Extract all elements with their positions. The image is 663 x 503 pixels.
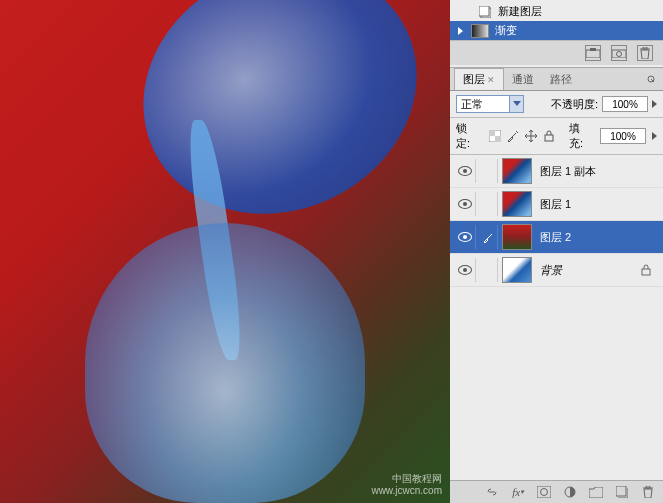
fill-label: 填充: — [569, 121, 594, 151]
canvas-image-glass — [85, 223, 365, 503]
opacity-label: 不透明度: — [551, 97, 598, 112]
eye-icon — [458, 232, 472, 242]
blend-opacity-row: 正常 不透明度: 100% — [450, 91, 663, 118]
svg-rect-7 — [489, 130, 495, 136]
tab-paths[interactable]: 路径 — [542, 69, 580, 90]
lock-pixels-icon[interactable] — [505, 128, 521, 144]
blend-mode-value: 正常 — [461, 97, 483, 112]
layers-footer: fx▾ — [450, 480, 663, 503]
tab-close-icon[interactable]: ✕ — [487, 75, 495, 85]
lock-icon — [639, 264, 653, 276]
svg-rect-0 — [479, 6, 489, 16]
link-col[interactable] — [480, 192, 498, 216]
link-col[interactable] — [480, 159, 498, 183]
right-panels: 新建图层 渐变 图层✕ 通道 路径 — [450, 0, 663, 503]
layer-style-icon[interactable]: fx▾ — [509, 484, 527, 500]
trash-icon[interactable] — [637, 45, 653, 61]
layer-thumbnail[interactable] — [502, 158, 532, 184]
watermark-line2: www.jcwcn.com — [371, 485, 442, 497]
brush-icon — [483, 231, 495, 243]
history-item-label: 渐变 — [495, 23, 517, 38]
eye-icon — [458, 166, 472, 176]
layers-list: 图层 1 副本 图层 1 图层 2 背景 — [450, 155, 663, 480]
layer-row[interactable]: 图层 1 — [450, 188, 663, 221]
history-item-gradient[interactable]: 渐变 — [450, 21, 663, 40]
layer-row[interactable]: 图层 2 — [450, 221, 663, 254]
svg-rect-11 — [537, 486, 551, 498]
fill-input[interactable]: 100% — [600, 128, 646, 144]
svg-point-12 — [541, 489, 548, 496]
layer-thumbnail[interactable] — [502, 257, 532, 283]
svg-rect-9 — [545, 135, 553, 141]
lock-position-icon[interactable] — [523, 128, 539, 144]
layer-name[interactable]: 图层 1 — [536, 197, 659, 212]
panel-menu-icon[interactable] — [643, 73, 659, 85]
lock-all-icon[interactable] — [541, 128, 557, 144]
history-panel: 新建图层 渐变 — [450, 0, 663, 68]
new-layer-icon — [478, 5, 492, 19]
adjustment-layer-icon[interactable] — [561, 484, 579, 500]
lock-fill-row: 锁定: 填充: 100% — [450, 118, 663, 155]
document-canvas[interactable]: 中国教程网 www.jcwcn.com — [0, 0, 450, 503]
dropdown-arrow-icon — [509, 96, 523, 112]
eye-icon — [458, 199, 472, 209]
expand-icon — [458, 27, 463, 35]
visibility-toggle[interactable] — [454, 192, 476, 216]
tab-layers[interactable]: 图层✕ — [454, 68, 504, 90]
watermark-line1: 中国教程网 — [371, 473, 442, 485]
gradient-icon — [471, 24, 489, 38]
layer-row[interactable]: 背景 — [450, 254, 663, 287]
visibility-toggle[interactable] — [454, 159, 476, 183]
blend-mode-select[interactable]: 正常 — [456, 95, 524, 113]
svg-rect-1 — [586, 50, 600, 58]
layer-thumbnail[interactable] — [502, 191, 532, 217]
link-layers-icon[interactable] — [483, 484, 501, 500]
history-item-new-layer[interactable]: 新建图层 — [450, 2, 663, 21]
link-col[interactable] — [480, 258, 498, 282]
snapshot-icon[interactable] — [585, 45, 601, 61]
camera-icon[interactable] — [611, 45, 627, 61]
link-col[interactable] — [480, 225, 498, 249]
layer-name[interactable]: 图层 1 副本 — [536, 164, 659, 179]
lock-transparency-icon[interactable] — [487, 128, 503, 144]
tab-label: 图层 — [463, 73, 485, 85]
history-panel-footer — [450, 40, 663, 65]
svg-point-4 — [617, 52, 622, 57]
visibility-toggle[interactable] — [454, 225, 476, 249]
history-item-label: 新建图层 — [498, 4, 542, 19]
svg-rect-2 — [590, 48, 596, 51]
delete-layer-icon[interactable] — [639, 484, 657, 500]
new-layer-icon[interactable] — [613, 484, 631, 500]
visibility-toggle[interactable] — [454, 258, 476, 282]
eye-icon — [458, 265, 472, 275]
layer-thumbnail[interactable] — [502, 224, 532, 250]
svg-rect-14 — [616, 486, 626, 496]
canvas-image-pitcher — [102, 0, 450, 258]
tab-channels[interactable]: 通道 — [504, 69, 542, 90]
layer-row[interactable]: 图层 1 副本 — [450, 155, 663, 188]
svg-rect-10 — [642, 269, 650, 275]
new-group-icon[interactable] — [587, 484, 605, 500]
layer-name[interactable]: 图层 2 — [536, 230, 659, 245]
lock-label: 锁定: — [456, 121, 481, 151]
opacity-input[interactable]: 100% — [602, 96, 648, 112]
layer-mask-icon[interactable] — [535, 484, 553, 500]
fill-flyout-icon[interactable] — [652, 132, 657, 140]
layer-name[interactable]: 背景 — [536, 263, 635, 278]
watermark: 中国教程网 www.jcwcn.com — [371, 473, 442, 497]
opacity-flyout-icon[interactable] — [652, 100, 657, 108]
panel-tabs: 图层✕ 通道 路径 — [450, 68, 663, 91]
svg-rect-8 — [495, 136, 501, 142]
